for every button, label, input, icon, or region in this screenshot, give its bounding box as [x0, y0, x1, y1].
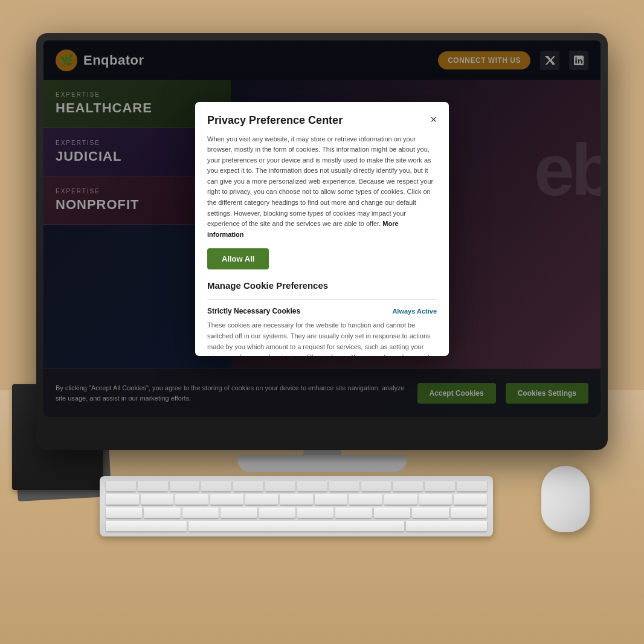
- mouse: [541, 466, 590, 532]
- key: [419, 494, 452, 505]
- key: [280, 494, 313, 505]
- strictly-necessary-section: Strictly Necessary Cookies Always Active…: [207, 299, 437, 355]
- keyboard-keys: [106, 481, 487, 532]
- key-row: [106, 507, 487, 518]
- key-row: [106, 521, 487, 532]
- key: [425, 481, 455, 492]
- key: [106, 521, 187, 532]
- key: [457, 481, 487, 492]
- modal-close-button[interactable]: ×: [430, 114, 437, 125]
- key-row: [106, 494, 487, 505]
- key: [361, 481, 391, 492]
- key: [188, 521, 404, 532]
- key: [374, 507, 410, 518]
- key: [201, 481, 231, 492]
- key: [144, 507, 180, 518]
- key: [138, 481, 168, 492]
- key: [106, 494, 139, 505]
- key: [451, 507, 487, 518]
- always-active-badge: Always Active: [392, 308, 437, 315]
- key-row: [106, 481, 487, 492]
- modal-header: Privacy Preference Center ×: [195, 102, 449, 127]
- keyboard: [100, 476, 493, 536]
- monitor-outer: 🌿 Enqbator CONNECT WITH US EXPERTISE HEA…: [36, 33, 608, 450]
- key: [406, 521, 487, 532]
- key: [329, 481, 359, 492]
- key: [182, 507, 219, 518]
- key: [297, 507, 333, 518]
- modal-intro-text: When you visit any website, it may store…: [207, 134, 437, 240]
- privacy-preference-modal: Privacy Preference Center × When you vis…: [195, 102, 449, 356]
- key: [210, 494, 243, 505]
- key: [170, 481, 200, 492]
- key: [349, 494, 382, 505]
- key: [245, 494, 279, 505]
- key: [393, 481, 423, 492]
- key: [265, 481, 295, 492]
- monitor-stand-base: [237, 455, 407, 472]
- strictly-necessary-header: Strictly Necessary Cookies Always Active: [207, 307, 437, 315]
- more-information-link[interactable]: More information: [207, 220, 399, 238]
- key: [106, 481, 136, 492]
- key: [315, 494, 348, 505]
- key: [141, 494, 174, 505]
- key: [233, 481, 263, 492]
- manage-cookie-preferences-title: Manage Cookie Preferences: [207, 280, 437, 291]
- key: [412, 507, 448, 518]
- key: [106, 507, 142, 518]
- key: [297, 481, 327, 492]
- key: [259, 507, 295, 518]
- modal-title: Privacy Preference Center: [207, 114, 343, 127]
- key: [335, 507, 372, 518]
- key: [221, 507, 257, 518]
- key: [175, 494, 208, 505]
- key: [384, 494, 417, 505]
- modal-body[interactable]: When you visit any website, it may store…: [195, 127, 449, 356]
- key: [454, 494, 487, 505]
- monitor-screen: 🌿 Enqbator CONNECT WITH US EXPERTISE HEA…: [43, 40, 601, 417]
- strictly-necessary-description: These cookies are necessary for the webs…: [207, 320, 437, 355]
- strictly-necessary-title: Strictly Necessary Cookies: [207, 307, 300, 315]
- allow-all-button[interactable]: Allow All: [207, 248, 269, 269]
